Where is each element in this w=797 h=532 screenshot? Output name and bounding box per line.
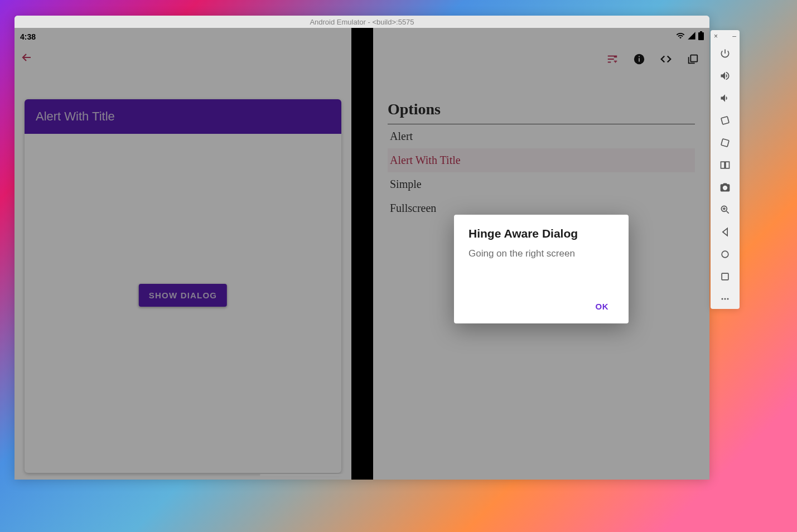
svg-rect-13 — [722, 273, 728, 280]
dialog-ok-button[interactable]: OK — [590, 297, 615, 316]
svg-rect-9 — [726, 162, 730, 168]
sidebar-minimize-button[interactable]: – — [732, 32, 736, 40]
volume-up-icon[interactable] — [711, 65, 740, 87]
svg-rect-7 — [721, 139, 729, 147]
zoom-icon[interactable] — [711, 199, 740, 221]
svg-point-14 — [722, 298, 723, 300]
svg-rect-6 — [721, 117, 729, 124]
svg-point-10 — [724, 186, 727, 189]
back-nav-icon[interactable] — [711, 221, 740, 243]
screenshot-icon[interactable] — [711, 176, 740, 199]
power-icon[interactable] — [711, 42, 740, 65]
fold-icon[interactable] — [711, 154, 740, 176]
overview-nav-icon[interactable] — [711, 265, 740, 288]
emulator-titlebar: Android Emulator - <build>:5575 — [15, 16, 709, 28]
alert-dialog: Hinge Aware Dialog Going on the right sc… — [454, 215, 629, 323]
emulator-window: Android Emulator - <build>:5575 4:38 Ale… — [15, 16, 709, 480]
volume-down-icon[interactable] — [711, 87, 740, 109]
dialog-actions: OK — [468, 297, 614, 316]
more-icon[interactable] — [711, 288, 740, 310]
dialog-body: Going on the right screen — [468, 248, 614, 259]
dialog-title: Hinge Aware Dialog — [468, 227, 614, 240]
sidebar-close-button[interactable]: × — [714, 32, 718, 40]
emulator-title: Android Emulator - <build>:5575 — [310, 18, 414, 26]
emulator-sidebar: × – — [711, 30, 740, 309]
svg-point-12 — [722, 251, 728, 258]
rotate-right-icon[interactable] — [711, 132, 740, 154]
home-nav-icon[interactable] — [711, 243, 740, 265]
svg-point-15 — [724, 298, 726, 300]
svg-point-16 — [727, 298, 729, 300]
svg-rect-8 — [721, 162, 725, 168]
device-screen: 4:38 Alert With Title SHOW DIALOG — [15, 28, 709, 480]
rotate-left-icon[interactable] — [711, 109, 740, 132]
